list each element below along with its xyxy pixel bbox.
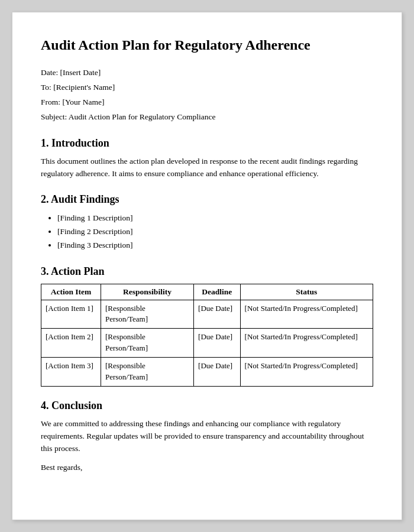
table-row: [Action Item 2] [Responsible Person/Team… (41, 329, 373, 358)
audit-findings-heading: 2. Audit Findings (41, 193, 373, 206)
date-line: Date: [Insert Date] (41, 66, 373, 80)
action-item-3: [Action Item 3] (41, 357, 101, 386)
action-item-1: [Action Item 1] (41, 300, 101, 329)
responsibility-2: [Responsible Person/Team] (101, 329, 193, 358)
to-line: To: [Recipient's Name] (41, 81, 373, 95)
from-line: From: [Your Name] (41, 96, 373, 109)
findings-list: [Finding 1 Description] [Finding 2 Descr… (57, 212, 373, 252)
table-row: [Action Item 3] [Responsible Person/Team… (41, 357, 373, 386)
document-page: Audit Action Plan for Regulatory Adheren… (12, 12, 402, 520)
col-header-action: Action Item (41, 284, 101, 300)
col-header-deadline: Deadline (194, 284, 241, 300)
col-header-responsibility: Responsibility (101, 284, 193, 300)
conclusion-body: We are committed to addressing these fin… (41, 418, 373, 455)
responsibility-1: [Responsible Person/Team] (101, 300, 193, 329)
meta-block: Date: [Insert Date] To: [Recipient's Nam… (41, 66, 373, 124)
list-item: [Finding 1 Description] (57, 212, 373, 225)
table-header-row: Action Item Responsibility Deadline Stat… (41, 284, 373, 300)
subject-line: Subject: Audit Action Plan for Regulator… (41, 111, 373, 124)
table-row: [Action Item 1] [Responsible Person/Team… (41, 300, 373, 329)
action-item-2: [Action Item 2] (41, 329, 101, 358)
status-3: [Not Started/In Progress/Completed] (240, 357, 373, 386)
action-plan-heading: 3. Action Plan (41, 265, 373, 278)
list-item: [Finding 2 Description] (57, 225, 373, 239)
status-1: [Not Started/In Progress/Completed] (240, 300, 373, 329)
list-item: [Finding 3 Description] (57, 239, 373, 252)
deadline-3: [Due Date] (194, 357, 241, 386)
sign-off: Best regards, (41, 463, 373, 472)
deadline-2: [Due Date] (194, 329, 241, 358)
status-2: [Not Started/In Progress/Completed] (240, 329, 373, 358)
page-title: Audit Action Plan for Regulatory Adheren… (41, 36, 373, 54)
introduction-body: This document outlines the action plan d… (41, 155, 373, 180)
introduction-heading: 1. Introduction (41, 137, 373, 150)
conclusion-heading: 4. Conclusion (41, 400, 373, 412)
responsibility-3: [Responsible Person/Team] (101, 357, 193, 386)
col-header-status: Status (240, 284, 373, 300)
action-plan-table: Action Item Responsibility Deadline Stat… (41, 284, 373, 387)
deadline-1: [Due Date] (194, 300, 241, 329)
